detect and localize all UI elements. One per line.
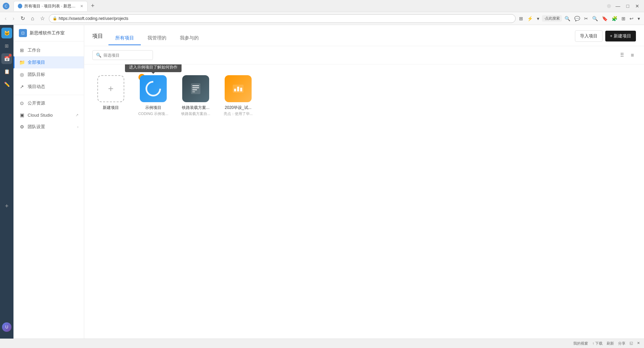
browser-tab-active[interactable]: 所有项目 · 项目列表 · 新思维软 ✕ [13,1,88,11]
layout-button[interactable]: ⊞ [620,14,627,23]
undo-more-button[interactable]: ▾ [636,14,641,23]
window-minimize-button[interactable]: — [614,3,622,9]
list-view-button[interactable]: ≡ [629,51,636,60]
window-restore-button[interactable] [607,4,611,8]
find-button[interactable]: 🔍 [591,14,599,23]
design2020-project-name: 2020毕设_试... [225,105,251,111]
rail-item-1[interactable]: ⊞ [1,40,12,51]
search-input[interactable] [103,53,149,58]
bookmark2-button[interactable]: 🔖 [601,14,609,23]
example-project-card[interactable]: 进入示例项目了解如何协作 ⭐ 示例项目 CODING 示例项... [135,72,172,119]
tab-all-projects[interactable]: 所有项目 [108,32,141,45]
window-maximize-button[interactable]: □ [624,3,631,9]
svg-rect-0 [191,83,200,94]
home-button[interactable]: ⌂ [29,14,36,23]
design2020-project-card[interactable]: 2020毕设_试... 亮点：使用了华... [220,72,257,119]
design2020-project-icon [225,75,252,102]
rail-item-2[interactable]: 📅 [1,53,12,64]
new-tab-button[interactable]: + [89,2,97,9]
window-control-buttons[interactable]: — □ ✕ [607,3,641,9]
sidebar-item-project-activity[interactable]: ↗ 项目动态 [13,81,84,93]
rail-item-3[interactable]: 📋 [1,66,12,77]
rail-home[interactable]: 🐱 [1,28,12,38]
main-content: 项目 所有项目 我管理的 我参与的 导入项目 + 新建项目 🔍 ⠿ ≡ [84,25,644,339]
team-goals-icon: ◎ [19,72,25,77]
sidebar-public-resources-label: 公开资源 [28,100,45,106]
status-share: 分享 [618,341,625,346]
search-engine-button[interactable]: ·点此搜索 [542,15,562,22]
sidebar-item-cloud-studio[interactable]: ▣ Cloud Studio ↗ [13,109,84,121]
undo-button[interactable]: ↩ [628,14,635,23]
extension-button[interactable]: 🧩 [610,14,619,23]
search-icon: 🔍 [96,53,101,58]
chat-button[interactable]: 💬 [573,14,581,23]
page-tabs: 项目 所有项目 我管理的 我参与的 导入项目 + 新建项目 [92,30,636,46]
search-button[interactable]: 🔍 [563,14,572,23]
browser-titlebar: C 所有项目 · 项目列表 · 新思维软 ✕ + — □ ✕ [0,0,644,12]
projects-grid: + 新建项目 进入示例项目了解如何协作 ⭐ 示例项 [84,64,644,339]
address-input-container[interactable]: 🔒 https://xswsoft.coding.net/user/projec… [49,14,516,23]
toolbar-more-button[interactable]: ▾ [536,14,541,23]
railway-project-desc: 铁路装载方案自... [180,111,212,116]
sidebar-item-public-resources[interactable]: ⊙ 公开资源 [13,97,84,109]
rail-add-button[interactable]: + [1,201,12,211]
import-project-button[interactable]: 导入项目 [575,30,603,42]
lightning-button[interactable]: ⚡ [526,14,534,23]
reload-button[interactable]: ↻ [19,14,27,23]
railway-project-card[interactable]: 铁路装载方案... 铁路装载方案自... [177,72,214,119]
bookmark-button[interactable]: ☆ [38,14,47,23]
forward-button[interactable]: › [10,14,16,23]
svg-rect-1 [192,85,199,86]
rail-avatar[interactable]: U [2,322,11,332]
window-close-button[interactable]: ✕ [633,3,641,9]
sidebar-project-activity-label: 项目动态 [28,84,45,90]
rail-add-icon: + [5,203,9,210]
status-view-label: 我的视窗 [573,341,588,346]
ssl-icon: 🔒 [53,16,57,21]
new-project-button[interactable]: + 新建项目 [605,31,636,41]
design2020-project-desc: 亮点：使用了华... [222,111,254,116]
example-project-tooltip: 进入示例项目了解如何协作 [125,64,182,72]
tab-close-button[interactable]: ✕ [80,4,83,8]
back-button[interactable]: ‹ [3,14,8,23]
sidebar-item-team-settings[interactable]: ⚙ 团队设置 › [13,121,84,133]
tree-view-button[interactable]: ⠿ [618,51,626,60]
header-actions: 导入项目 + 新建项目 [575,30,636,46]
icon-rail: 🐱 ⊞ 📅 📋 ✏️ + U [0,25,13,339]
status-close: ✕ [637,341,640,346]
sidebar-logo: ⊡ [19,29,27,37]
window-controls[interactable]: C [3,3,11,9]
svg-rect-2 [192,87,199,88]
tab-bar: 所有项目 · 项目列表 · 新思维软 ✕ + [13,1,604,11]
rail-icon-1: ⊞ [5,43,9,49]
search-box[interactable]: 🔍 [92,50,153,60]
status-bar: 我的视窗 ↑ 下载 刷新 分享 ◱ ✕ [0,339,644,348]
scissors-button[interactable]: ✂ [583,14,589,23]
grid-view-button[interactable]: ⊞ [518,14,524,23]
sidebar-item-workbench[interactable]: ⊞ 工作台 [13,44,84,56]
new-project-name: 新建项目 [103,105,119,111]
sidebar-cloud-studio-label: Cloud Studio [28,113,53,118]
rail-avatar-container[interactable]: U [2,322,11,336]
team-settings-arrow: › [77,125,78,129]
sidebar-all-projects-label: 全部项目 [28,59,45,65]
new-project-card[interactable]: + 新建项目 [92,72,129,119]
svg-rect-4 [192,91,195,92]
sidebar-item-all-projects[interactable]: 📁 全部项目 [13,56,84,68]
sidebar-item-team-goals[interactable]: ◎ 团队目标 [13,68,84,81]
tab-joined[interactable]: 我参与的 [173,32,205,45]
rail-item-4[interactable]: ✏️ [1,79,12,90]
browser-toolbar: ⊞ ⚡ ▾ ·点此搜索 🔍 💬 ✂ 🔍 🔖 🧩 ⊞ ↩ ▾ [518,14,641,23]
tab-favicon [18,4,22,8]
rail-home-icon: 🐱 [4,30,10,36]
cloud-studio-arrow: ↗ [75,113,78,117]
rail-icon-2: 📅 [4,56,10,61]
status-layout: ◱ [630,341,633,346]
content-toolbar: 🔍 ⠿ ≡ [84,46,644,64]
tab-mine[interactable]: 我管理的 [141,32,173,45]
rail-icon-4: ✏️ [4,82,10,87]
railway-project-name: 铁路装载方案... [182,105,210,111]
public-resources-icon: ⊙ [19,100,25,106]
sidebar-title: 新思维软件工作室 [30,30,65,36]
app-icon: C [3,3,9,9]
